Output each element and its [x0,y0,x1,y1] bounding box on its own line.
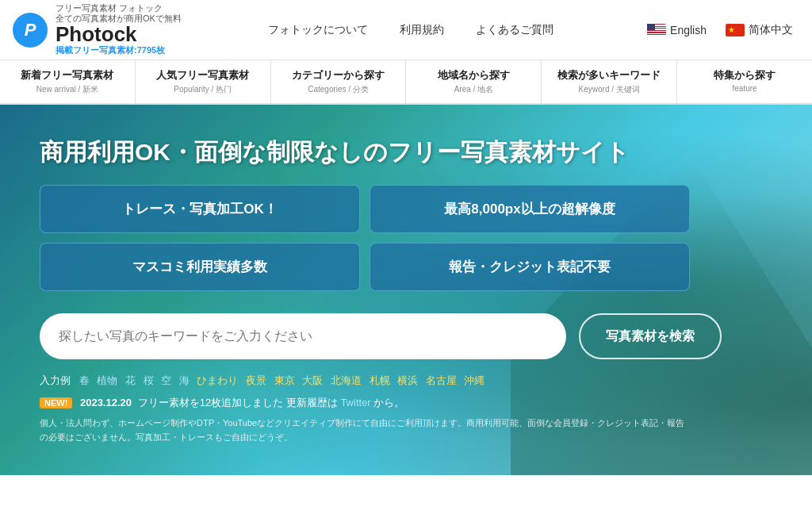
disclaimer: 個人・法人問わず、ホームページ制作やDTP・YouTubeなどクリエイティブ制作… [40,416,690,444]
tag-okinawa[interactable]: 沖縄 [464,374,485,386]
lang-english[interactable]: English [641,21,713,40]
new-link-suffix: から。 [373,397,404,408]
nav-about[interactable]: フォトックについて [255,17,381,41]
tag-sunflower[interactable]: ひまわり [197,374,238,386]
new-badge: NEW! [40,397,72,408]
nav-terms[interactable]: 利用規約 [387,17,457,41]
nav-keyword[interactable]: 検索が多いキーワード Keyword / 关键词 [542,60,677,103]
lang-chinese[interactable]: 简体中文 [719,20,799,40]
tag-cherry[interactable]: 桜 [144,374,154,386]
tag-row: 入力例 春 植物 花 桜 空 海 ひまわり 夜景 東京 大阪 北海道 札幌 横浜… [40,374,487,388]
category-nav: 新着フリー写真素材 New arrival / 新米 人気フリー写真素材 Pop… [0,60,812,105]
feature-trace: トレース・写真加工OK！ [40,185,360,233]
search-row: 写真素材を検索 [40,313,722,359]
nav-feature[interactable]: 特集から探す feature [677,60,812,103]
tag-nagoya[interactable]: 名古屋 [426,374,457,386]
tag-sapporo[interactable]: 札幌 [370,374,390,386]
site-header: P フリー写真素材 フォトック 全ての写真素材が商用OKで無料 Photock … [0,0,812,60]
nav-faq[interactable]: よくあるご質問 [463,17,566,41]
tag-tokyo[interactable]: 東京 [274,374,295,386]
search-input-wrap[interactable] [40,313,566,359]
hero-title: 商用利用OK・面倒な制限なしのフリー写真素材サイト [40,136,630,167]
logo-name[interactable]: Photock [56,24,182,44]
logo-count: 掲載フリー写真素材:7795枚 [56,44,182,56]
tag-night[interactable]: 夜景 [246,374,266,386]
logo-tagline: フリー写真素材 フォトック 全ての写真素材が商用OKで無料 [56,3,182,24]
feature-grid: トレース・写真加工OK！ 最高8,000px以上の超解像度 マスコミ利用実績多数… [40,185,690,291]
nav-categories[interactable]: カテゴリーから探す Categories / 分类 [271,60,407,103]
new-twitter-link[interactable]: Twitter [340,397,370,408]
new-date: 2023.12.20 [80,397,132,408]
nav-region[interactable]: 地域名から探す Area / 地名 [406,60,542,103]
feature-media: マスコミ利用実績多数 [40,243,360,291]
language-switcher: English 简体中文 [641,20,799,40]
tag-flower[interactable]: 花 [125,374,136,386]
flag-cn-icon [726,24,745,36]
new-text: フリー素材を12枚追加しました [138,397,283,408]
search-button[interactable]: 写真素材を検索 [579,313,722,359]
tag-osaka[interactable]: 大阪 [302,374,323,386]
tag-hokkaido[interactable]: 北海道 [331,374,362,386]
logo-text: フリー写真素材 フォトック 全ての写真素材が商用OKで無料 Photock 掲載… [56,3,182,56]
header-nav: フォトックについて 利用規約 よくあるご質問 [182,17,641,41]
hero-section: 商用利用OK・面倒な制限なしのフリー写真素材サイト トレース・写真加工OK！ 最… [0,105,812,475]
tag-spring[interactable]: 春 [79,374,90,386]
tag-sea[interactable]: 海 [179,374,190,386]
tag-plant[interactable]: 植物 [97,374,117,386]
nav-new-arrivals[interactable]: 新着フリー写真素材 New arrival / 新米 [0,60,136,103]
search-input[interactable] [59,329,547,343]
logo-area: P フリー写真素材 フォトック 全ての写真素材が商用OKで無料 Photock … [13,3,182,56]
tag-label: 入力例 [40,374,71,386]
new-link-prefix: 更新履歴は [286,397,338,408]
feature-resolution: 最高8,000px以上の超解像度 [370,185,690,233]
tag-yokohama[interactable]: 横浜 [397,374,418,386]
nav-popular[interactable]: 人気フリー写真素材 Popularity / 热门 [136,60,271,103]
tag-sky[interactable]: 空 [161,374,171,386]
flag-us-icon [647,24,666,36]
logo-icon[interactable]: P [13,13,48,48]
feature-nocredit: 報告・クレジット表記不要 [370,243,690,291]
new-row: NEW! 2023.12.20 フリー素材を12枚追加しました 更新履歴は Tw… [40,396,404,410]
